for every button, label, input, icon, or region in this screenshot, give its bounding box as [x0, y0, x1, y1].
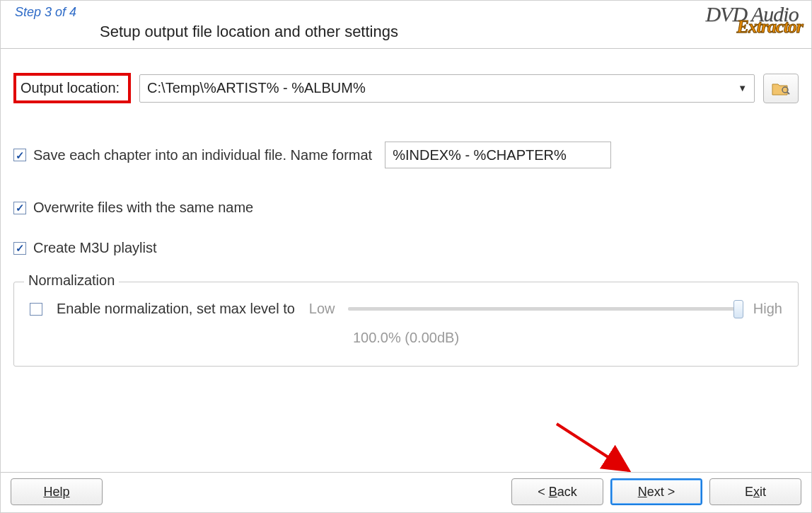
folder-search-icon: [772, 81, 790, 96]
normalization-value: 100.0% (0.00dB): [30, 330, 782, 346]
normalization-slider[interactable]: [348, 307, 741, 311]
wizard-footer: Help < Back Next > Exit: [1, 472, 811, 512]
svg-line-2: [557, 424, 629, 471]
help-button[interactable]: Help: [11, 478, 103, 505]
logo-line2: Extractor: [736, 16, 803, 38]
slider-low-label: Low: [309, 301, 335, 317]
back-button[interactable]: < Back: [511, 478, 603, 505]
browse-button[interactable]: [763, 74, 799, 103]
save-chapter-checkbox[interactable]: [13, 149, 26, 161]
create-m3u-row: Create M3U playlist: [13, 240, 799, 256]
normalization-slider-area: Low High: [309, 301, 782, 317]
wizard-content: Output location: C:\Temp\%ARTIST% - %ALB…: [1, 49, 811, 374]
exit-button[interactable]: Exit: [709, 478, 801, 505]
normalization-legend: Normalization: [24, 272, 119, 289]
normalization-row: Enable normalization, set max level to L…: [30, 301, 782, 317]
step-indicator: Step 3 of 4: [8, 5, 804, 20]
overwrite-checkbox[interactable]: [13, 202, 26, 214]
create-m3u-label: Create M3U playlist: [33, 240, 157, 256]
output-location-combobox[interactable]: C:\Temp\%ARTIST% - %ALBUM% ▼: [139, 74, 755, 103]
next-button[interactable]: Next >: [610, 478, 702, 505]
normalization-group: Normalization Enable normalization, set …: [13, 282, 799, 367]
overwrite-row: Overwrite files with the same name: [13, 200, 799, 216]
save-chapter-row: Save each chapter into an individual fil…: [13, 142, 799, 168]
slider-high-label: High: [753, 301, 782, 317]
output-location-label: Output location:: [13, 73, 131, 103]
output-location-value: C:\Temp\%ARTIST% - %ALBUM%: [147, 80, 366, 96]
wizard-header: Step 3 of 4 Setup output file location a…: [1, 1, 811, 49]
output-location-row: Output location: C:\Temp\%ARTIST% - %ALB…: [13, 73, 799, 103]
app-logo: DVD Audio Extractor: [705, 2, 803, 38]
name-format-input[interactable]: [385, 142, 611, 168]
help-button-label: Help: [43, 485, 69, 499]
create-m3u-checkbox[interactable]: [13, 242, 26, 255]
normalization-checkbox[interactable]: [30, 303, 42, 316]
page-title: Setup output file location and other set…: [8, 23, 804, 41]
footer-nav-buttons: < Back Next > Exit: [511, 478, 801, 505]
save-chapter-label: Save each chapter into an individual fil…: [33, 147, 372, 163]
slider-thumb[interactable]: [733, 300, 743, 318]
normalization-label: Enable normalization, set max level to: [57, 301, 295, 317]
overwrite-label: Overwrite files with the same name: [33, 200, 253, 216]
chevron-down-icon: ▼: [738, 83, 747, 93]
